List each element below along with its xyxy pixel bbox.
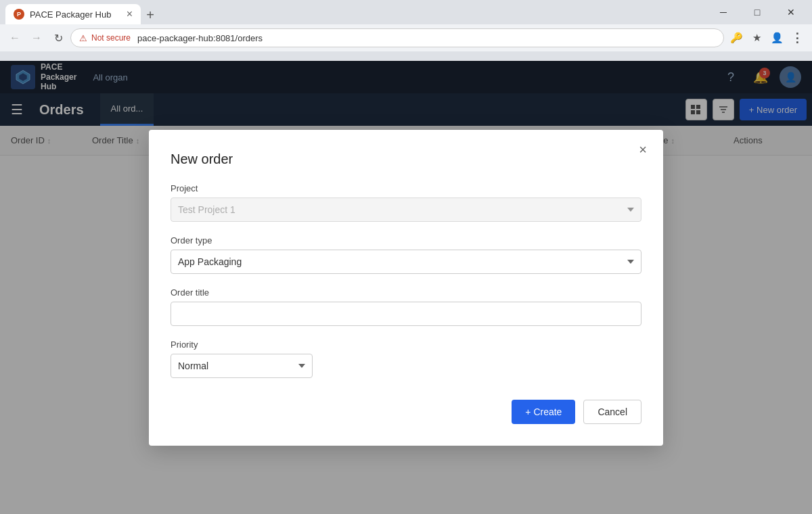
address-text: pace-packager-hub:8081/orders bbox=[137, 33, 263, 43]
project-select[interactable]: Test Project 1 bbox=[171, 197, 641, 222]
minimize-btn[interactable]: ─ bbox=[708, 2, 739, 22]
cancel-btn[interactable]: Cancel bbox=[583, 400, 641, 424]
order-type-select[interactable]: App Packaging OS Deployment Software Upd… bbox=[171, 250, 641, 274]
priority-select[interactable]: Low Normal High Critical bbox=[171, 354, 313, 378]
security-label: Not secure bbox=[91, 33, 131, 43]
tab-favicon: P bbox=[14, 9, 24, 20]
security-icon: ⚠ bbox=[79, 33, 87, 43]
menu-btn[interactable]: ⋮ bbox=[788, 28, 807, 47]
order-title-label: Order title bbox=[171, 287, 641, 298]
priority-label: Priority bbox=[171, 340, 641, 350]
order-type-field-group: Order type App Packaging OS Deployment S… bbox=[171, 235, 641, 274]
priority-field-group: Priority Low Normal High Critical bbox=[171, 340, 641, 378]
modal-footer: + Create Cancel bbox=[171, 400, 641, 424]
modal-title: New order bbox=[171, 151, 641, 167]
forward-btn[interactable]: → bbox=[27, 28, 46, 47]
modal-close-btn[interactable]: × bbox=[633, 141, 652, 160]
close-btn[interactable]: ✕ bbox=[775, 2, 807, 22]
order-title-input[interactable] bbox=[171, 302, 641, 326]
modal-overlay: × New order Project Test Project 1 Order… bbox=[0, 61, 812, 514]
address-bar[interactable]: ⚠ Not secure pace-packager-hub:8081/orde… bbox=[70, 28, 724, 47]
reload-btn[interactable]: ↻ bbox=[49, 28, 68, 47]
new-order-modal: × New order Project Test Project 1 Order… bbox=[149, 130, 663, 446]
bookmark-btn[interactable]: ★ bbox=[747, 28, 766, 47]
order-title-field-group: Order title bbox=[171, 287, 641, 326]
back-btn[interactable]: ← bbox=[5, 28, 24, 47]
project-label: Project bbox=[171, 183, 641, 193]
browser-tab[interactable]: P PACE Packager Hub × bbox=[5, 4, 141, 24]
create-btn[interactable]: + Create bbox=[512, 400, 575, 424]
maximize-btn[interactable]: □ bbox=[742, 2, 773, 22]
tab-title: PACE Packager Hub bbox=[30, 9, 111, 20]
new-tab-btn[interactable]: + bbox=[141, 5, 160, 24]
password-mgr-btn[interactable]: 🔑 bbox=[727, 28, 746, 47]
profile-btn[interactable]: 👤 bbox=[767, 28, 786, 47]
tab-close-btn[interactable]: × bbox=[127, 9, 133, 20]
app-container: PACE Packager Hub All organ ? 🔔 3 👤 ☰ Or… bbox=[0, 61, 812, 514]
project-field-group: Project Test Project 1 bbox=[171, 183, 641, 222]
order-type-label: Order type bbox=[171, 235, 641, 246]
